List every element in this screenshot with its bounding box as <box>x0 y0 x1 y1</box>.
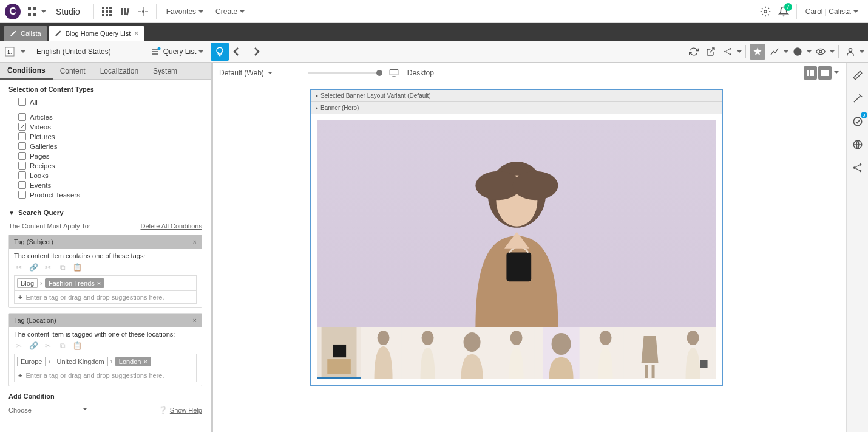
refresh-icon[interactable] <box>686 44 702 60</box>
time-icon[interactable] <box>790 44 805 60</box>
checkbox-all[interactable] <box>18 98 26 106</box>
grid-view-icon[interactable] <box>98 2 116 21</box>
cut-icon[interactable]: ✂ <box>14 263 24 272</box>
checkbox-pages[interactable] <box>18 152 26 160</box>
locale-label[interactable]: English (United States) <box>30 47 117 56</box>
thumbnail-3[interactable] <box>405 327 450 379</box>
tag-path-europe[interactable]: Europe <box>17 357 46 366</box>
show-help-link[interactable]: Show Help <box>170 406 202 414</box>
tab-close-icon[interactable]: × <box>134 29 138 38</box>
thumbnail-2[interactable] <box>361 327 405 379</box>
checkbox-recipes[interactable] <box>18 162 26 170</box>
rail-globe-icon[interactable] <box>850 137 866 153</box>
tag-location-field[interactable]: Europe › United Kingdom › London× <box>14 354 197 369</box>
tab-system[interactable]: System <box>146 63 185 80</box>
checkbox-events[interactable] <box>18 181 26 189</box>
close-icon[interactable]: × <box>193 317 197 324</box>
checkbox-videos[interactable] <box>18 123 26 131</box>
checkbox-articles[interactable] <box>18 113 26 121</box>
component-bar-banner[interactable]: ▸Banner (Hero) <box>311 102 722 114</box>
remove-tag-icon[interactable]: × <box>143 358 147 365</box>
thumbnail-8[interactable] <box>628 327 672 379</box>
cut-icon[interactable]: ✂ <box>14 341 24 350</box>
svg-point-32 <box>849 48 852 51</box>
add-condition-select[interactable]: Choose <box>8 405 87 416</box>
tab-conditions[interactable]: Conditions <box>0 63 53 80</box>
thumbnail-1[interactable] <box>317 327 361 379</box>
analytics-icon[interactable] <box>767 44 782 60</box>
persona-caret[interactable] <box>860 50 864 55</box>
tag-subject-field[interactable]: Blog › Fashion Trends× <box>14 275 197 291</box>
rail-edit-icon[interactable] <box>850 67 866 83</box>
tab-site[interactable]: Calista <box>4 26 47 41</box>
layout-caret[interactable] <box>834 71 839 81</box>
tag-path-uk[interactable]: United Kingdom <box>53 357 107 366</box>
tab-localization[interactable]: Localization <box>93 63 146 80</box>
thumbnail-9[interactable] <box>672 327 716 379</box>
doc-type-icon[interactable]: 1. <box>4 46 16 58</box>
component-bar-layout[interactable]: ▸Selected Banner Layout Variant (Default… <box>311 90 722 102</box>
checkbox-galleries[interactable] <box>18 142 26 150</box>
link-icon[interactable]: 🔗 <box>29 341 38 350</box>
checkbox-product-teasers[interactable] <box>18 191 26 199</box>
zoom-slider[interactable] <box>308 72 381 74</box>
apps-grid-icon[interactable] <box>23 2 41 21</box>
persona-icon[interactable] <box>843 44 858 60</box>
help-icon[interactable]: ❔ <box>158 406 168 414</box>
link-icon[interactable]: 🔗 <box>29 263 38 272</box>
create-menu[interactable]: Create <box>209 7 251 16</box>
doc-type-caret[interactable] <box>21 50 25 55</box>
target-icon[interactable] <box>134 2 152 21</box>
settings-gear-icon[interactable] <box>756 2 775 21</box>
tag-fashion-trends[interactable]: Fashion Trends× <box>45 278 104 288</box>
scissors-icon[interactable]: ✂ <box>43 263 53 272</box>
panel-collapse-left-icon[interactable] <box>229 43 243 61</box>
thumbnail-6[interactable] <box>539 327 583 379</box>
copy-icon[interactable]: ⧉ <box>58 341 67 350</box>
paste-icon[interactable]: 📋 <box>72 341 82 350</box>
delete-all-conditions-link[interactable]: Delete All Conditions <box>140 222 202 230</box>
user-menu[interactable]: Carol | Calista <box>801 7 863 16</box>
scissors-icon[interactable]: ✂ <box>43 341 53 350</box>
favorites-menu[interactable]: Favorites <box>160 7 209 16</box>
tag-location-input[interactable]: + Enter a tag or drag and drop suggestio… <box>14 369 197 382</box>
panel-expand-right-icon[interactable] <box>249 43 264 61</box>
close-icon[interactable]: × <box>193 238 197 245</box>
open-external-icon[interactable] <box>703 44 719 60</box>
tag-path-blog[interactable]: Blog <box>17 278 38 288</box>
notifications-bell-icon[interactable]: 7 <box>775 2 793 21</box>
analytics-caret[interactable] <box>784 50 788 55</box>
tag-london[interactable]: London× <box>115 357 151 366</box>
thumbnail-4[interactable] <box>450 327 494 379</box>
share-caret[interactable] <box>737 50 742 55</box>
paste-icon[interactable]: 📋 <box>72 263 82 272</box>
rail-wand-icon[interactable] <box>850 91 866 106</box>
time-caret[interactable] <box>807 50 812 55</box>
bookmark-star-icon[interactable] <box>750 44 765 60</box>
document-tabbar: Calista Blog Home Query List × <box>0 23 868 41</box>
eye-caret[interactable] <box>830 50 835 55</box>
visibility-eye-icon[interactable] <box>813 44 829 60</box>
search-query-header[interactable]: ▼ Search Query <box>8 207 202 219</box>
preview-canvas[interactable]: ▸Selected Banner Layout Variant (Default… <box>310 89 723 386</box>
remove-tag-icon[interactable]: × <box>97 279 101 287</box>
thumbnail-7[interactable] <box>583 327 628 379</box>
thumbnail-5[interactable] <box>494 327 538 379</box>
checkbox-pictures[interactable] <box>18 132 26 140</box>
library-icon[interactable] <box>116 2 134 21</box>
query-list-dropdown[interactable]: Query List <box>147 47 208 57</box>
tab-content[interactable]: Content <box>53 63 93 80</box>
share-nodes-icon[interactable] <box>720 44 736 60</box>
tag-subject-input[interactable]: + Enter a tag or drag and drop suggestio… <box>14 291 197 304</box>
app-logo[interactable]: C <box>5 4 21 19</box>
rail-share-icon[interactable] <box>850 160 866 176</box>
copy-icon[interactable]: ⧉ <box>58 263 67 272</box>
checkbox-looks[interactable] <box>18 171 26 179</box>
layout-mode-1-icon[interactable] <box>804 66 817 80</box>
apps-caret-icon[interactable] <box>41 10 46 15</box>
tab-document[interactable]: Blog Home Query List × <box>49 26 145 41</box>
hint-bulb-icon[interactable] <box>211 43 229 61</box>
device-preset-select[interactable]: Default (Web) <box>219 69 273 77</box>
layout-mode-2-icon[interactable] <box>818 66 832 80</box>
rail-workflow-icon[interactable]: 0 <box>850 114 866 129</box>
